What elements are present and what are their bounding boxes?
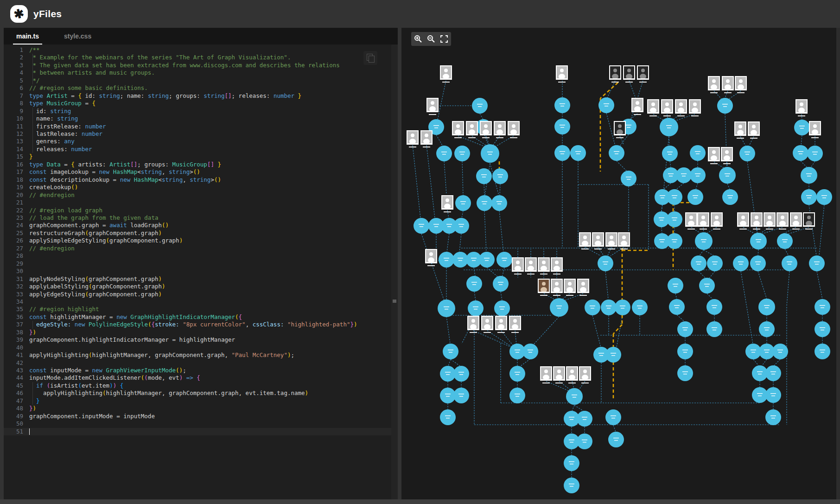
music-group-node[interactable] bbox=[550, 298, 568, 317]
code-line[interactable]: 19createLookup() bbox=[4, 184, 391, 191]
code-line[interactable]: 36const highlightManager = new GraphHigh… bbox=[4, 313, 391, 321]
music-group-node[interactable] bbox=[554, 97, 570, 113]
scrollbar-thumb[interactable] bbox=[393, 300, 396, 303]
music-group-node[interactable] bbox=[601, 300, 617, 315]
music-group-node[interactable] bbox=[706, 321, 722, 337]
music-group-node[interactable] bbox=[807, 146, 823, 161]
artist-node[interactable] bbox=[426, 98, 439, 115]
music-group-node[interactable] bbox=[509, 388, 525, 403]
artist-node[interactable] bbox=[551, 279, 563, 296]
music-group-node[interactable] bbox=[660, 118, 678, 136]
music-group-node[interactable] bbox=[585, 300, 600, 315]
music-group-node[interactable] bbox=[440, 366, 456, 382]
music-group-node[interactable] bbox=[439, 252, 454, 268]
code-line[interactable]: 8type MusicGroup = { bbox=[4, 100, 391, 107]
music-group-node[interactable] bbox=[667, 233, 682, 249]
artist-node[interactable] bbox=[553, 366, 565, 383]
artist-node[interactable] bbox=[407, 130, 419, 147]
zoom-in-button[interactable] bbox=[412, 33, 424, 45]
music-group-node[interactable] bbox=[440, 409, 456, 425]
music-group-node[interactable] bbox=[493, 276, 509, 292]
artist-node[interactable] bbox=[661, 99, 673, 116]
artist-node[interactable] bbox=[540, 366, 552, 383]
tab-style-css[interactable]: style.css bbox=[51, 28, 104, 45]
music-group-node[interactable] bbox=[816, 189, 832, 205]
code-line[interactable]: 44inputMode.addItemClickedListener((mode… bbox=[4, 374, 391, 382]
music-group-node[interactable] bbox=[566, 388, 583, 405]
code-line[interactable]: 33applyEdgeStyling(graphComponent.graph) bbox=[4, 291, 391, 298]
code-line[interactable]: 38}) bbox=[4, 329, 391, 336]
music-group-node[interactable] bbox=[793, 145, 808, 161]
artist-node[interactable] bbox=[795, 99, 808, 116]
music-group-node[interactable] bbox=[440, 388, 456, 403]
code-line[interactable]: 18const descriptionLookup = new HashMap<… bbox=[4, 176, 391, 184]
code-line[interactable]: 23// load the graph from the given data bbox=[4, 214, 391, 222]
music-group-node[interactable] bbox=[758, 299, 775, 315]
artist-node[interactable] bbox=[735, 76, 747, 93]
code-line[interactable]: 45 if (isArtist(evt.item)) { bbox=[4, 382, 391, 389]
code-line[interactable]: 39graphComponent.highlightIndicatorManag… bbox=[4, 336, 391, 344]
artist-node[interactable] bbox=[776, 212, 789, 230]
music-group-node[interactable] bbox=[491, 195, 507, 211]
artist-node[interactable] bbox=[708, 147, 720, 164]
music-group-node[interactable] bbox=[687, 189, 703, 205]
artist-node[interactable] bbox=[809, 121, 821, 138]
code-line[interactable]: 2 * Example for the webinars of the seri… bbox=[4, 54, 391, 61]
graph-viewer-panel[interactable] bbox=[401, 28, 836, 499]
music-group-node[interactable] bbox=[564, 478, 579, 493]
music-group-node[interactable] bbox=[667, 189, 682, 205]
code-line[interactable]: 40 bbox=[4, 344, 391, 351]
music-group-node[interactable] bbox=[669, 299, 685, 315]
music-group-node[interactable] bbox=[492, 168, 508, 184]
code-line[interactable]: 43const inputMode = new GraphViewerInput… bbox=[4, 367, 391, 374]
artist-node[interactable] bbox=[803, 212, 815, 230]
music-group-node[interactable] bbox=[438, 300, 455, 317]
music-group-node[interactable] bbox=[598, 255, 613, 271]
music-group-node[interactable] bbox=[481, 144, 499, 163]
code-line[interactable]: 11 firstRelease: number bbox=[4, 123, 391, 130]
artist-node[interactable] bbox=[618, 232, 630, 249]
artist-node[interactable] bbox=[737, 212, 749, 230]
music-group-node[interactable] bbox=[722, 189, 738, 205]
music-group-node[interactable] bbox=[752, 365, 768, 381]
code-line[interactable]: 48}) bbox=[4, 405, 391, 412]
code-line[interactable]: 35// #region highlight bbox=[4, 306, 391, 313]
music-group-node[interactable] bbox=[615, 300, 630, 315]
music-group-node[interactable] bbox=[454, 146, 470, 161]
music-group-node[interactable] bbox=[677, 344, 693, 359]
music-group-node[interactable] bbox=[453, 388, 469, 403]
music-group-node[interactable] bbox=[815, 299, 830, 315]
artist-node[interactable] bbox=[441, 195, 453, 212]
music-group-node[interactable] bbox=[772, 344, 788, 359]
music-group-node[interactable] bbox=[472, 98, 488, 114]
music-group-node[interactable] bbox=[453, 218, 469, 234]
music-group-node[interactable] bbox=[707, 255, 723, 271]
music-group-node[interactable] bbox=[554, 119, 570, 134]
music-group-node[interactable] bbox=[554, 145, 570, 161]
artist-node[interactable] bbox=[708, 76, 720, 93]
code-line[interactable]: 21 bbox=[4, 199, 391, 206]
music-group-node[interactable] bbox=[667, 211, 682, 227]
fit-content-button[interactable] bbox=[438, 33, 450, 45]
artist-node[interactable] bbox=[525, 257, 537, 274]
music-group-node[interactable] bbox=[794, 120, 810, 135]
code-line[interactable]: 26applySimpleEdgeStyling(graphComponent.… bbox=[4, 237, 391, 244]
music-group-node[interactable] bbox=[815, 344, 830, 359]
artist-node[interactable] bbox=[614, 121, 626, 138]
music-group-node[interactable] bbox=[564, 455, 579, 471]
artist-node[interactable] bbox=[647, 99, 659, 116]
music-group-node[interactable] bbox=[745, 344, 761, 359]
artist-node[interactable] bbox=[790, 212, 802, 230]
music-group-node[interactable] bbox=[765, 409, 781, 425]
music-group-node[interactable] bbox=[733, 255, 749, 271]
music-group-node[interactable] bbox=[815, 321, 830, 337]
artist-node[interactable] bbox=[495, 316, 507, 333]
code-line[interactable]: 31applyNodeStyling(graphComponent.graph) bbox=[4, 275, 391, 283]
music-group-node[interactable] bbox=[455, 195, 471, 211]
music-group-node[interactable] bbox=[706, 299, 722, 315]
music-group-node[interactable] bbox=[777, 233, 793, 249]
artist-node[interactable] bbox=[751, 212, 763, 230]
artist-node[interactable] bbox=[452, 121, 464, 138]
music-group-node[interactable] bbox=[677, 365, 693, 381]
music-group-node[interactable] bbox=[605, 347, 621, 363]
